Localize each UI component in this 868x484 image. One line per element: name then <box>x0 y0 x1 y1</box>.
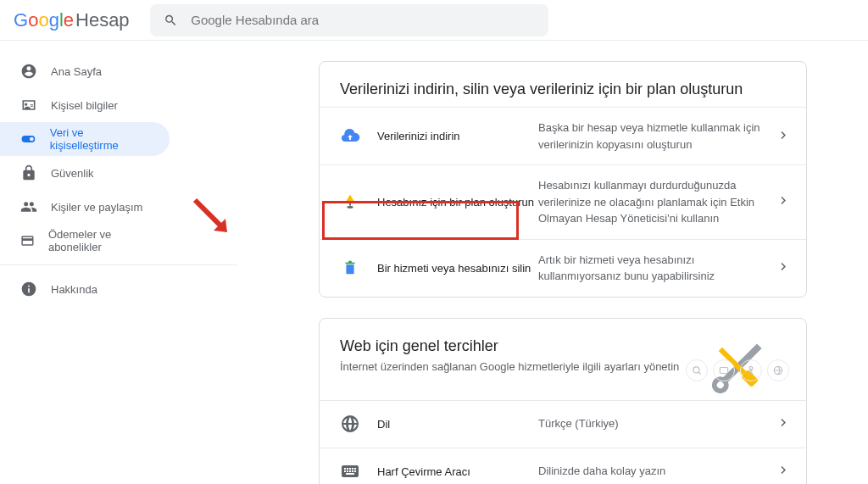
row-language[interactable]: Dil Türkçe (Türkiye) <box>320 400 806 448</box>
sidebar-item-home[interactable]: Ana Sayfa <box>0 54 170 88</box>
sidebar-item-label: Veri ve kişiselleştirme <box>50 126 149 152</box>
sidebar-item-label: Ana Sayfa <box>51 65 102 78</box>
row-delete-service[interactable]: Bir hizmeti veya hesabınızı silin Artık … <box>320 239 806 297</box>
row-desc: Hesabınızı kullanmayı durdurduğunuzda ve… <box>538 177 765 227</box>
row-desc: Türkçe (Türkiye) <box>538 415 765 432</box>
pref-icons <box>686 359 789 381</box>
google-logo[interactable]: Google Hesap <box>14 9 130 31</box>
row-label: Hesabınız için bir plan oluşturun <box>377 196 538 209</box>
row-label: Bir hizmeti veya hesabınızı silin <box>377 262 538 275</box>
main-content: Verilerinizi indirin, silin veya veriler… <box>237 41 848 484</box>
sidebar-item-payments[interactable]: Ödemeler ve abonelikler <box>0 224 170 258</box>
row-desc: Başka bir hesap veya hizmetle kullanmak … <box>538 120 765 153</box>
search-input[interactable] <box>191 13 534 27</box>
sidebar-item-label: Kişiler ve paylaşım <box>51 201 142 214</box>
sidebar-item-people[interactable]: Kişiler ve paylaşım <box>0 190 170 224</box>
sidebar-item-data[interactable]: Veri ve kişiselleştirme <box>0 122 170 156</box>
logo-suffix: Hesap <box>75 9 130 31</box>
lamp-icon <box>340 192 360 212</box>
sidebar-item-label: Ödemeler ve abonelikler <box>48 228 149 253</box>
sidebar-item-label: Kişisel bilgiler <box>51 99 118 112</box>
svg-rect-4 <box>348 261 352 264</box>
sidebar-item-security[interactable]: Güvenlik <box>0 156 170 190</box>
svg-rect-11 <box>720 367 727 373</box>
card-data-management: Verilerinizi indirin, silin veya veriler… <box>319 61 807 298</box>
row-label: Harf Çevirme Aracı <box>377 465 538 478</box>
card-web-preferences: Web için genel tercihler İnternet üzerin… <box>319 318 807 485</box>
chevron-right-icon <box>776 193 791 211</box>
svg-point-12 <box>749 366 753 370</box>
chevron-right-icon <box>776 463 791 481</box>
cloud-download-icon <box>340 126 360 147</box>
header: Google Hesap <box>0 0 868 41</box>
svg-rect-0 <box>349 201 351 206</box>
row-plan-account[interactable]: Hesabınız için bir plan oluşturun Hesabı… <box>320 164 806 239</box>
sidebar-item-label: Güvenlik <box>51 167 94 180</box>
chevron-right-icon <box>776 259 791 277</box>
svg-rect-2 <box>346 264 353 274</box>
info-icon <box>20 281 37 298</box>
row-desc: Artık bir hizmeti veya hesabınızı kullan… <box>538 252 765 285</box>
row-desc: Dilinizde daha kolay yazın <box>538 463 765 480</box>
sidebar-item-personal[interactable]: Kişisel bilgiler <box>0 88 170 122</box>
people-icon <box>20 198 37 215</box>
user-circle-icon <box>20 63 37 80</box>
search-icon <box>164 13 178 28</box>
card-icon <box>20 232 35 249</box>
row-transliteration[interactable]: Harf Çevirme Aracı Dilinizde daha kolay … <box>320 448 806 485</box>
sidebar: Ana Sayfa Kişisel bilgiler Veri ve kişis… <box>0 41 237 484</box>
card-title: Verilerinizi indirin, silin veya veriler… <box>340 81 786 98</box>
globe-icon <box>340 414 360 434</box>
sidebar-item-label: Hakkında <box>51 283 97 296</box>
trash-icon <box>340 258 360 278</box>
divider <box>0 264 237 265</box>
chevron-right-icon <box>776 415 791 433</box>
row-download-data[interactable]: Verilerinizi indirin Başka bir hesap vey… <box>320 107 806 164</box>
toggle-icon <box>20 131 36 147</box>
search-box[interactable] <box>150 4 548 36</box>
lock-icon <box>20 164 37 181</box>
row-label: Verilerinizi indirin <box>377 130 538 142</box>
sidebar-item-about[interactable]: Hakkında <box>0 272 170 306</box>
row-label: Dil <box>377 418 538 431</box>
keyboard-icon <box>340 461 360 481</box>
id-card-icon <box>20 97 37 114</box>
chevron-right-icon <box>776 127 791 145</box>
svg-point-1 <box>347 206 353 209</box>
